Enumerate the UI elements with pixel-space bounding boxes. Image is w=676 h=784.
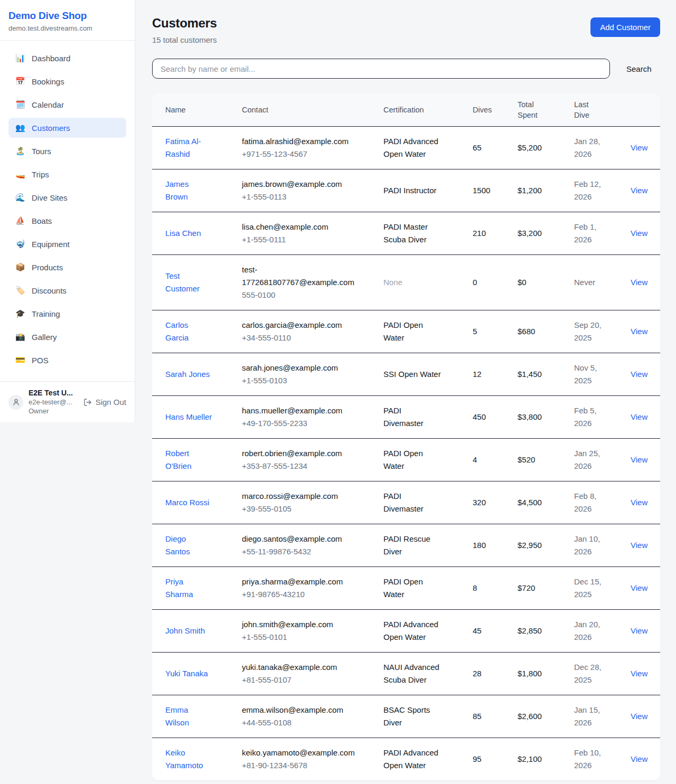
table-row: Test Customer test-1772681807767@example… (152, 254, 660, 310)
view-customer-link[interactable]: View (631, 754, 647, 763)
customer-phone: +971-55-123-4567 (242, 148, 358, 160)
customer-name-link[interactable]: Carlos Garcia (165, 319, 213, 344)
view-customer-link[interactable]: View (631, 186, 647, 195)
table-row: Fatima Al-Rashid fatima.alrashid@example… (152, 126, 660, 169)
sidebar-item-calendar[interactable]: 🗓️ Calendar (8, 95, 126, 115)
customer-name-link[interactable]: Fatima Al-Rashid (165, 135, 213, 160)
customer-certification: PADI Advanced Open Water (383, 137, 438, 158)
sidebar-item-boats[interactable]: ⛵ Boats (8, 211, 126, 231)
view-customer-link[interactable]: View (631, 626, 647, 635)
customer-last-dive: Never (574, 254, 631, 310)
customer-name-link[interactable]: Marco Rossi (165, 496, 209, 509)
customer-certification: PADI Master Scuba Diver (383, 222, 428, 244)
products-icon: 📦 (15, 262, 25, 272)
search-button[interactable]: Search (624, 61, 654, 77)
sidebar-item-tours[interactable]: 🏝️ Tours (8, 141, 126, 161)
customer-phone: +44-555-0108 (242, 716, 358, 729)
customer-last-dive: Nov 5, 2025 (574, 353, 631, 395)
customer-total-spent: $1,450 (518, 353, 574, 395)
table-row: Emma Wilson emma.wilson@example.com +44-… (152, 695, 660, 738)
customer-phone: +1-555-0111 (242, 233, 358, 246)
customer-name-link[interactable]: Yuki Tanaka (165, 667, 208, 680)
customer-email: diego.santos@example.com (242, 533, 358, 545)
sidebar-item-gallery[interactable]: 📸 Gallery (8, 327, 126, 347)
sign-out-button[interactable]: Sign Out (83, 398, 126, 407)
customer-name-link[interactable]: Test Customer (165, 270, 213, 295)
column-header: Last Dive (574, 99, 598, 120)
sidebar-item-dashboard[interactable]: 📊 Dashboard (8, 48, 126, 68)
customer-certification: None (383, 278, 402, 287)
customer-name-link[interactable]: Diego Santos (165, 533, 213, 558)
avatar (8, 395, 23, 410)
customer-last-dive: Feb 8, 2026 (574, 481, 631, 524)
customer-total-spent: $2,600 (518, 695, 574, 738)
customer-name-link[interactable]: Robert O'Brien (165, 447, 213, 473)
customer-name-link[interactable]: Priya Sharma (165, 575, 213, 601)
user-name: E2E Test U... (29, 389, 78, 398)
view-customer-link[interactable]: View (631, 370, 647, 379)
customer-name-link[interactable]: James Brown (165, 178, 213, 203)
view-customer-link[interactable]: View (631, 327, 647, 336)
view-customer-link[interactable]: View (631, 669, 647, 678)
view-customer-link[interactable]: View (631, 498, 647, 507)
customer-name-link[interactable]: Hans Mueller (165, 411, 212, 423)
table-row: John Smith john.smith@example.com +1-555… (152, 609, 660, 652)
sidebar-item-discounts[interactable]: 🏷️ Discounts (8, 280, 126, 300)
sidebar-item-trips[interactable]: 🚤 Trips (8, 164, 126, 184)
customer-name-link[interactable]: John Smith (165, 625, 205, 637)
customer-certification: SSI Open Water (383, 370, 441, 379)
sidebar-item-products[interactable]: 📦 Products (8, 257, 126, 277)
view-customer-link[interactable]: View (631, 412, 647, 421)
column-header: Name (165, 106, 186, 114)
view-customer-link[interactable]: View (631, 541, 647, 550)
customer-total-spent: $2,850 (518, 609, 574, 652)
sidebar-item-training[interactable]: 🎓 Training (8, 304, 126, 324)
customer-email: sarah.jones@example.com (242, 362, 358, 374)
person-icon (12, 398, 20, 406)
customer-name-link[interactable]: Keiko Yamamoto (165, 747, 213, 772)
sidebar-item-bookings[interactable]: 📅 Bookings (8, 71, 126, 91)
view-customer-link[interactable]: View (631, 143, 647, 152)
table-row: Sarah Jones sarah.jones@example.com +1-5… (152, 353, 660, 395)
column-header: Certification (383, 106, 424, 114)
sidebar-item-pos[interactable]: 💳 POS (8, 350, 126, 370)
customer-dives: 180 (473, 524, 518, 566)
customer-name-link[interactable]: Emma Wilson (165, 704, 213, 729)
view-customer-link[interactable]: View (631, 712, 647, 721)
customer-phone: +353-87-555-1234 (242, 460, 358, 473)
customer-certification: PADI Instructor (383, 186, 437, 195)
sidebar-nav: 📊 Dashboard 📅 Bookings 🗓️ Calendar 👥 Cus… (0, 41, 135, 381)
customer-total-spent: $720 (518, 566, 574, 609)
customer-name-link[interactable]: Sarah Jones (165, 368, 210, 381)
view-customer-link[interactable]: View (631, 229, 647, 238)
customer-total-spent: $1,200 (518, 169, 574, 212)
customer-last-dive: Dec 15, 2025 (574, 566, 631, 609)
table-row: Priya Sharma priya.sharma@example.com +9… (152, 566, 660, 609)
customer-last-dive: Jan 15, 2026 (574, 695, 631, 738)
customer-email: test-1772681807767@example.com (242, 263, 358, 289)
sidebar-item-dive-sites[interactable]: 🌊 Dive Sites (8, 187, 126, 207)
customer-phone: +1-555-0101 (242, 631, 358, 644)
customer-phone: +1-555-0103 (242, 374, 358, 387)
customer-phone: +81-90-1234-5678 (242, 759, 358, 772)
customer-dives: 450 (473, 395, 518, 438)
sidebar-item-customers[interactable]: 👥 Customers (8, 118, 126, 138)
customer-name-link[interactable]: Lisa Chen (165, 227, 201, 240)
shop-title[interactable]: Demo Dive Shop (8, 10, 126, 22)
sidebar-item-equipment[interactable]: 🤿 Equipment (8, 234, 126, 254)
customers-table: NameContactCertificationDivesTotal Spent… (152, 93, 660, 780)
customer-last-dive: Dec 28, 2025 (574, 652, 631, 695)
view-customer-link[interactable]: View (631, 583, 647, 592)
view-customer-link[interactable]: View (631, 455, 647, 464)
customer-email: lisa.chen@example.com (242, 221, 358, 233)
customer-total-spent: $4,500 (518, 481, 574, 524)
customer-dives: 65 (473, 126, 518, 169)
add-customer-button[interactable]: Add Customer (590, 17, 660, 37)
customer-phone: +1-555-0113 (242, 191, 358, 203)
sign-out-label: Sign Out (96, 398, 126, 407)
search-input[interactable] (152, 59, 610, 79)
customer-email: marco.rossi@example.com (242, 490, 358, 503)
customer-certification: PADI Rescue Diver (383, 534, 430, 556)
table-row: Lisa Chen lisa.chen@example.com +1-555-0… (152, 212, 660, 254)
view-customer-link[interactable]: View (631, 278, 647, 287)
